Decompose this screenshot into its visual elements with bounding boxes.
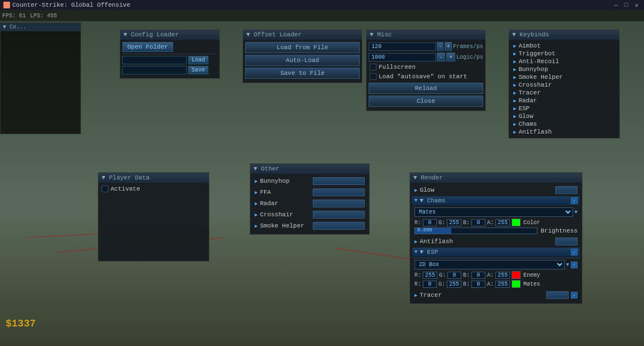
esp-mates-label: Mates xyxy=(523,281,540,287)
esp-enemy-r-val[interactable]: 255 xyxy=(423,272,437,279)
keybind-item[interactable]: ▶Triggerbot xyxy=(511,50,617,58)
keybind-arrow-icon: ▶ xyxy=(513,113,516,120)
tracer-row: ▶ Tracer xyxy=(412,290,580,300)
other-item-label: Radar xyxy=(260,200,311,207)
frames-input[interactable]: 120 xyxy=(369,42,436,51)
esp-mates-r-val[interactable]: 0 xyxy=(423,281,437,288)
keybind-item[interactable]: ▶Aimbot xyxy=(511,42,617,50)
other-item-bar xyxy=(313,211,365,219)
antiflash-bar xyxy=(555,238,578,245)
config-save-input[interactable] xyxy=(122,66,187,74)
chams-color-swatch[interactable] xyxy=(512,219,521,226)
maximize-button[interactable]: □ xyxy=(622,2,631,9)
esp-mates-a-label: A: xyxy=(487,281,494,287)
keybind-item[interactable]: ▶Tracer xyxy=(511,89,617,97)
chams-b-val[interactable]: 0 xyxy=(471,219,485,226)
logic-minus-button[interactable]: - xyxy=(437,53,445,61)
auto-load-button[interactable]: Auto-Load xyxy=(245,55,360,66)
other-item-arrow-icon: ▶ xyxy=(255,201,257,207)
tracer-toggle[interactable] xyxy=(571,292,578,298)
keybinds-panel: ▼ Keybinds ▶Aimbot▶Triggerbot▶Anti-Recoi… xyxy=(508,29,620,139)
other-title: ▼ Other xyxy=(254,165,279,172)
chams-r-val[interactable]: 0 xyxy=(423,219,437,226)
autosave-label: Load "autosave" on start xyxy=(379,73,467,80)
keybind-label: Chams xyxy=(518,121,537,127)
esp-enemy-swatch[interactable] xyxy=(512,271,521,279)
keybind-item[interactable]: ▶Smoke Helper xyxy=(511,73,617,81)
keybind-item[interactable]: ▶ESP xyxy=(511,105,617,112)
fullscreen-checkbox[interactable] xyxy=(370,64,376,70)
chams-b-label: B: xyxy=(463,220,470,226)
chams-header-row[interactable]: ▼ ▼ Chams xyxy=(412,196,580,205)
other-header[interactable]: ▼ Other xyxy=(250,164,369,174)
logic-plus-button[interactable]: + xyxy=(446,53,455,61)
player-data-panel: ▼ Player Data Activate xyxy=(98,172,209,262)
other-item-arrow-icon: ▶ xyxy=(255,212,257,218)
esp-box-select[interactable]: 2D Box xyxy=(414,260,565,269)
reload-button[interactable]: Reload xyxy=(369,83,483,94)
esp-mates-b-label: B: xyxy=(463,281,470,287)
keybind-item[interactable]: ▶Chams xyxy=(511,120,617,128)
chams-color-label: Color xyxy=(523,220,540,226)
close-window-button[interactable]: ✕ xyxy=(632,2,641,9)
chams-arrow-icon: ▼ xyxy=(414,198,417,203)
save-to-file-button[interactable]: Save to File xyxy=(245,68,360,79)
keybind-label: Tracer xyxy=(518,89,541,96)
open-folder-button[interactable]: Open Folder xyxy=(122,42,173,52)
save-button[interactable]: Save xyxy=(188,66,208,74)
esp-enemy-a-val[interactable]: 255 xyxy=(495,272,510,279)
close-button[interactable]: Close xyxy=(369,96,483,107)
esp-mates-b-val[interactable]: 0 xyxy=(471,281,485,288)
other-panel-item: ▶ Crosshair xyxy=(252,210,367,220)
keybind-item[interactable]: ▶Crosshair xyxy=(511,81,617,89)
keybind-item[interactable]: ▶Anti-Recoil xyxy=(511,58,617,65)
esp-enemy-b-val[interactable]: 0 xyxy=(471,272,485,279)
keybind-item[interactable]: ▶Anitflash xyxy=(511,128,617,136)
chams-toggle[interactable] xyxy=(571,197,578,204)
player-data-header[interactable]: ▼ Player Data xyxy=(98,173,209,183)
esp-box-row: 2D Box ▼ xyxy=(414,260,578,269)
offset-loader-header[interactable]: ▼ Offset Loader xyxy=(243,30,362,40)
config-name-input[interactable] xyxy=(122,56,187,64)
logic-input[interactable]: 1000 xyxy=(369,53,436,61)
glow-row: ▶ Glow xyxy=(412,185,580,195)
activate-label: Activate xyxy=(111,186,140,192)
other-panel: ▼ Other ▶ Bunnyhop ▶ FFA ▶ Radar ▶ Cross… xyxy=(250,163,370,235)
render-header[interactable]: ▼ Render xyxy=(410,173,582,183)
misc-header[interactable]: ▼ Misc xyxy=(366,30,485,40)
load-button[interactable]: Load xyxy=(188,56,208,64)
lps-counter: LPS: 455 xyxy=(30,13,57,19)
chams-mode-select[interactable]: Mates xyxy=(414,207,573,217)
title-bar: Counter-Strike: Global Offensive — □ ✕ xyxy=(0,0,644,10)
esp-header-row[interactable]: ▼ ▼ ESP xyxy=(412,248,580,257)
frames-minus-button[interactable]: - xyxy=(437,42,443,51)
esp-enemy-label: Enemy xyxy=(523,272,540,278)
esp-arrow-icon: ▼ xyxy=(414,249,417,255)
keybinds-header[interactable]: ▼ Keybinds xyxy=(509,30,619,40)
esp-mates-g-val[interactable]: 255 xyxy=(447,281,461,288)
antiflash-row: ▶ Antiflash xyxy=(412,236,580,247)
autosave-checkbox[interactable] xyxy=(370,73,376,80)
load-from-file-button[interactable]: Load from File xyxy=(245,42,360,53)
logic-row: 1000 - + Logic/ps xyxy=(369,53,483,61)
esp-mates-swatch[interactable] xyxy=(512,280,521,288)
esp-toggle[interactable] xyxy=(571,249,578,255)
keybind-item[interactable]: ▶Radar xyxy=(511,97,617,105)
esp-mates-a-val[interactable]: 255 xyxy=(495,281,510,288)
keybind-item[interactable]: ▶Bunnyhop xyxy=(511,65,617,73)
config-loader-header[interactable]: ▼ Config Loader xyxy=(120,30,220,40)
esp-box-toggle[interactable] xyxy=(571,262,578,268)
other-item-bar xyxy=(313,222,365,230)
frames-plus-button[interactable]: + xyxy=(445,42,451,51)
keybind-item[interactable]: ▶Glow xyxy=(511,112,617,120)
activate-checkbox[interactable] xyxy=(102,186,108,192)
esp-header-label: ▼ ESP xyxy=(419,249,569,255)
keybind-label: Crosshair xyxy=(518,82,551,88)
chams-a-val[interactable]: 255 xyxy=(495,219,510,226)
brightness-slider[interactable]: 0.000 xyxy=(414,227,537,234)
chams-select-arrow: ▼ xyxy=(575,210,578,215)
minimize-button[interactable]: — xyxy=(612,2,620,9)
esp-enemy-g-val[interactable]: 0 xyxy=(447,272,461,279)
frames-row: 120 - + Frames/ps xyxy=(369,42,483,51)
chams-g-val[interactable]: 255 xyxy=(447,219,461,226)
